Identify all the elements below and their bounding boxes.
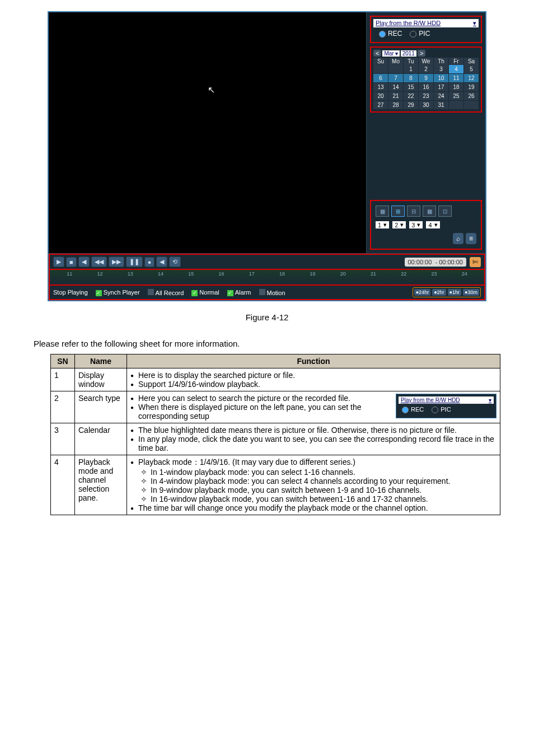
cal-day[interactable]: 29: [404, 101, 418, 109]
cal-day[interactable]: 7: [388, 74, 403, 82]
source-dropdown[interactable]: Play from the R/W HDD ▾: [373, 19, 479, 27]
motion-check[interactable]: Motion: [259, 289, 285, 296]
cal-day: [464, 101, 479, 109]
timeline-hour: 23: [432, 271, 437, 277]
timeline-hour: 18: [279, 271, 285, 277]
cal-day[interactable]: 23: [419, 92, 433, 100]
channel-select[interactable]: 3▾: [409, 221, 423, 228]
cal-day[interactable]: 15: [404, 83, 418, 91]
transport-button[interactable]: ◀: [156, 256, 167, 267]
search-button[interactable]: ⌕: [453, 233, 463, 244]
synch-player-check[interactable]: ✓Synch Player: [96, 289, 140, 296]
all-record-check[interactable]: All Record: [148, 289, 184, 296]
cal-day[interactable]: 20: [373, 92, 388, 100]
transport-button[interactable]: ◀: [78, 256, 90, 267]
zoom-button[interactable]: ●24hr: [414, 289, 430, 296]
cal-day[interactable]: 24: [434, 92, 448, 100]
list-button[interactable]: ≡: [466, 233, 476, 244]
table-row: 1Display windowHere is to display the se…: [51, 368, 500, 391]
cal-day[interactable]: 27: [373, 101, 388, 109]
layout-icon[interactable]: ⊡: [438, 206, 452, 217]
channel-select[interactable]: 4▾: [426, 221, 439, 228]
cal-day[interactable]: 9: [419, 74, 433, 82]
cal-day[interactable]: 10: [434, 74, 448, 82]
cell-function: Play from the R/W HDD▾RECPICHere you can…: [127, 391, 500, 423]
cal-day[interactable]: 11: [449, 74, 463, 82]
cal-day[interactable]: 14: [388, 83, 403, 91]
player-screenshot: ↖ Play from the R/W HDD ▾ REC PIC < Mar▾: [48, 11, 486, 301]
transport-button[interactable]: ●: [144, 257, 155, 267]
cal-day[interactable]: 18: [449, 83, 463, 91]
cal-day[interactable]: 4: [449, 65, 463, 73]
cal-day[interactable]: 13: [373, 83, 388, 91]
pic-radio[interactable]: PIC: [410, 30, 430, 38]
cell-sn: 2: [51, 391, 75, 423]
cal-day-grid[interactable]: 1234567891011121314151617181920212223242…: [373, 65, 479, 109]
bullet-item: When there is displayed picture on the l…: [130, 403, 496, 421]
rec-radio[interactable]: REC: [379, 30, 402, 38]
chevron-down-icon: ▾: [473, 20, 476, 27]
cell-name: Calendar: [75, 423, 127, 455]
cal-day[interactable]: 8: [404, 74, 418, 82]
cal-next-button[interactable]: >: [418, 50, 425, 57]
cell-sn: 3: [51, 423, 75, 455]
cell-sn: 4: [51, 455, 75, 515]
cal-day[interactable]: 31: [434, 101, 448, 109]
status-bar: Stop Playing ✓Synch Player All Record ✓N…: [49, 284, 485, 300]
cal-day[interactable]: 2: [419, 65, 433, 73]
mouse-cursor-icon: ↖: [208, 85, 215, 95]
layout-icon[interactable]: ⊟: [407, 206, 420, 217]
diamond-item: In 4-window playback mode: you can selec…: [130, 477, 496, 486]
transport-button[interactable]: ■: [66, 257, 77, 267]
bullet-item: In any play mode, click the date you wan…: [130, 435, 496, 452]
bullet-item: The blue highlighted date means there is…: [130, 426, 496, 435]
transport-button[interactable]: ❚❚: [126, 256, 143, 267]
zoom-button[interactable]: ●1hr: [448, 289, 461, 296]
layout-icon[interactable]: ▦: [423, 206, 436, 217]
cal-day: [373, 65, 388, 73]
cal-day[interactable]: 21: [388, 92, 403, 100]
bullet-item: Playback mode：1/4/9/16. (It may vary due…: [130, 458, 496, 468]
cal-day[interactable]: 12: [464, 74, 479, 82]
transport-button[interactable]: ⟲: [169, 256, 181, 267]
transport-button[interactable]: ▶▶: [109, 256, 124, 267]
cut-button[interactable]: ✄: [470, 257, 481, 267]
cal-day[interactable]: 26: [464, 92, 479, 100]
timeline-hour: 16: [219, 271, 224, 277]
cal-day[interactable]: 5: [464, 65, 479, 73]
cal-day[interactable]: 17: [434, 83, 448, 91]
transport-button[interactable]: ▶: [53, 256, 64, 267]
cal-day[interactable]: 6: [373, 74, 388, 82]
bullet-item: Support 1/4/9/16-window playback.: [130, 380, 496, 389]
cal-day[interactable]: 16: [419, 83, 433, 91]
transport-button[interactable]: ◀◀: [91, 256, 107, 267]
channel-select[interactable]: 2▾: [392, 221, 406, 228]
zoom-button[interactable]: ●2hr: [432, 289, 446, 296]
cal-day: [449, 101, 463, 109]
cal-weekday-row: SuMoTuWeThFrSa: [373, 58, 479, 65]
layout-icons-row: ▦⊞⊟▦⊡: [373, 203, 479, 219]
normal-check[interactable]: ✓Normal: [191, 289, 219, 296]
cal-day[interactable]: 19: [464, 83, 479, 91]
cal-day[interactable]: 3: [434, 65, 448, 73]
cal-year-select[interactable]: 2011: [401, 50, 416, 57]
cal-day[interactable]: 30: [419, 101, 433, 109]
zoom-button[interactable]: ●30m: [463, 289, 479, 296]
cal-day[interactable]: 1: [404, 65, 418, 73]
cal-prev-button[interactable]: <: [373, 50, 381, 57]
bullet-item: Here is to display the searched picture …: [130, 371, 496, 380]
cal-day[interactable]: 22: [404, 92, 418, 100]
cal-day[interactable]: 25: [449, 92, 463, 100]
timeline-bar[interactable]: 1112131415161718192021222324: [49, 270, 485, 284]
alarm-check[interactable]: ✓Alarm: [227, 289, 251, 296]
intro-text: Please refer to the following sheet for …: [34, 339, 500, 348]
layout-icon[interactable]: ⊞: [391, 206, 405, 217]
diamond-item: In 16-window playback mode, you can swit…: [130, 494, 496, 503]
cal-day[interactable]: 28: [388, 101, 403, 109]
cal-weekday: Su: [373, 58, 388, 65]
stop-playing-label: Stop Playing: [53, 289, 88, 296]
layout-icon[interactable]: ▦: [376, 206, 389, 217]
cal-weekday: Mo: [388, 58, 403, 65]
cal-month-select[interactable]: Mar▾: [382, 50, 399, 57]
channel-select[interactable]: 1▾: [376, 221, 389, 228]
